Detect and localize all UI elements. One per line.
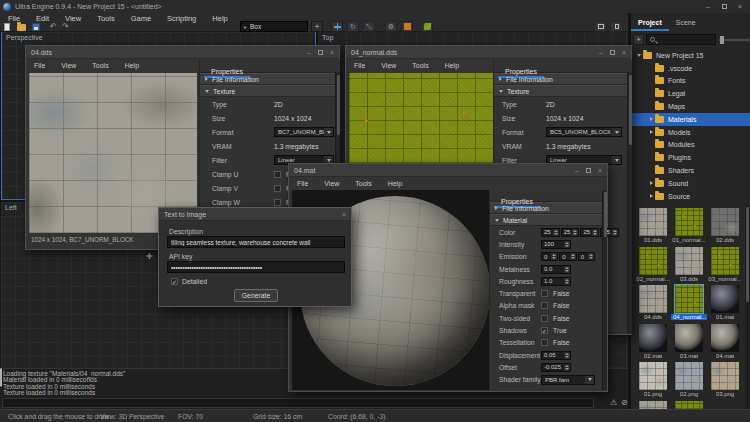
- expand-arrow-icon[interactable]: [647, 117, 655, 121]
- add-object-button[interactable]: +: [311, 21, 323, 32]
- maximize-icon[interactable]: [318, 50, 323, 55]
- scrollbar[interactable]: [745, 205, 750, 422]
- asset-item-02-png[interactable]: 02.png: [671, 359, 707, 398]
- tab-scene[interactable]: Scene: [669, 15, 703, 31]
- add-asset-button[interactable]: +: [633, 34, 644, 45]
- menu-item-view[interactable]: View: [373, 62, 404, 69]
- object-type-dropdown[interactable]: ▸ Box: [240, 21, 308, 32]
- menu-item-file[interactable]: File: [0, 14, 28, 23]
- asset-item-03-normal[interactable]: 03_normal...: [707, 244, 743, 283]
- section-texture[interactable]: Texture: [200, 85, 340, 97]
- checkbox-alpha-mask[interactable]: [541, 302, 548, 309]
- titlebar[interactable]: Ultra Engine 0.9.4 - New Project 15 - <u…: [0, 0, 750, 13]
- sidebar-item-sound[interactable]: Sound: [631, 177, 750, 190]
- menu-item-tools[interactable]: Tools: [89, 14, 123, 23]
- number-spinner[interactable]: 0: [541, 252, 558, 261]
- thumbnail-size-slider[interactable]: [719, 39, 749, 41]
- asset-item-03-png[interactable]: 03.png: [707, 359, 743, 398]
- sidebar-item-plugins[interactable]: Plugins: [631, 151, 750, 164]
- menu-item-file[interactable]: File: [26, 62, 53, 69]
- chat-icon[interactable]: [0, 368, 2, 387]
- scale-tool-icon[interactable]: ⤡: [363, 21, 375, 32]
- slider-thumb[interactable]: [720, 36, 724, 44]
- description-input[interactable]: [167, 236, 345, 248]
- section-file-information[interactable]: File Information: [490, 202, 603, 214]
- sidebar-item-modules[interactable]: Modules: [631, 139, 750, 152]
- number-spinner[interactable]: 25: [580, 228, 599, 237]
- asset-item-04-dds[interactable]: 04.dds: [635, 282, 671, 321]
- minimize-icon[interactable]: –: [307, 49, 311, 56]
- dropdown-shader-family[interactable]: PBR.fam: [541, 375, 595, 385]
- texture-window-04dds-titlebar[interactable]: 04.dds – ×: [26, 46, 339, 59]
- detailed-checkbox[interactable]: ✓: [171, 278, 178, 285]
- asset-item-01-png[interactable]: 01.png: [635, 359, 671, 398]
- dropdown-format[interactable]: BC5_UNORM_BLOCK: [546, 127, 622, 137]
- asset-item-03-mat[interactable]: 03.mat: [671, 321, 707, 360]
- redo-icon[interactable]: ↷: [62, 23, 69, 31]
- minimize-icon[interactable]: –: [575, 167, 579, 174]
- save-icon[interactable]: [32, 23, 40, 31]
- number-spinner[interactable]: 100: [541, 240, 571, 249]
- expand-arrow-icon[interactable]: [647, 181, 655, 185]
- menu-item-file[interactable]: File: [289, 180, 316, 187]
- checkbox-transparent[interactable]: [541, 290, 548, 297]
- asset-item-02-normal[interactable]: 02_normal...: [635, 244, 671, 283]
- menu-item-help[interactable]: Help: [380, 180, 410, 187]
- sidebar-item-shaders[interactable]: Shaders: [631, 164, 750, 177]
- settings-tool-icon[interactable]: ⚙: [385, 21, 397, 32]
- number-spinner[interactable]: 25: [561, 228, 580, 237]
- sidebar-item-new-project-15[interactable]: New Project 15: [631, 49, 750, 62]
- section-file-information[interactable]: File Information: [494, 73, 632, 85]
- number-spinner[interactable]: 25: [541, 228, 560, 237]
- checkbox-two-sided[interactable]: [541, 315, 548, 322]
- sidebar-item-source[interactable]: Source: [631, 190, 750, 203]
- maximize-icon[interactable]: [716, 1, 732, 12]
- asset-item-04-mat[interactable]: 04.mat: [707, 321, 743, 360]
- sidebar-item-models[interactable]: Models: [631, 126, 750, 139]
- number-spinner[interactable]: 0: [578, 252, 595, 261]
- box-tool-icon[interactable]: [401, 21, 413, 32]
- minimize-icon[interactable]: –: [599, 49, 603, 56]
- expand-arrow-icon[interactable]: [635, 54, 643, 57]
- menu-item-scripting[interactable]: Scripting: [159, 14, 204, 23]
- number-spinner[interactable]: 0.0: [541, 265, 571, 274]
- undo-icon[interactable]: ↶: [50, 23, 57, 31]
- expand-arrow-icon[interactable]: [647, 194, 655, 198]
- asset-item-02-mat[interactable]: 02.mat: [635, 321, 671, 360]
- single-panel-layout-icon[interactable]: [594, 21, 607, 32]
- rotate-tool-icon[interactable]: ↻: [347, 21, 359, 32]
- number-spinner[interactable]: -0.025: [541, 363, 571, 372]
- section-texture[interactable]: Texture: [494, 85, 632, 97]
- close-icon[interactable]: ×: [732, 1, 748, 12]
- close-icon[interactable]: ×: [342, 211, 346, 218]
- checkbox-clamp-u[interactable]: [274, 171, 281, 178]
- menu-item-help[interactable]: Help: [117, 62, 147, 69]
- sidebar-item-maps[interactable]: Maps: [631, 100, 750, 113]
- asset-item-01-normal[interactable]: 01_normal...: [671, 205, 707, 244]
- asset-item-01-dds[interactable]: 01.dds: [635, 205, 671, 244]
- search-input[interactable]: [646, 34, 716, 45]
- section-file-information[interactable]: File Information: [200, 73, 340, 85]
- command-input[interactable]: [2, 398, 594, 408]
- close-icon[interactable]: ×: [622, 49, 626, 56]
- close-icon[interactable]: ×: [598, 167, 602, 174]
- checkbox-tessellation[interactable]: [541, 339, 548, 346]
- checkbox-clamp-v[interactable]: [274, 185, 281, 192]
- paint-tool-icon[interactable]: [421, 21, 433, 32]
- scrollbar[interactable]: [602, 190, 607, 390]
- new-file-icon[interactable]: [4, 23, 10, 31]
- api-key-input[interactable]: [167, 261, 345, 273]
- texture-window-04normal-titlebar[interactable]: 04_normal.dds – ×: [346, 46, 631, 59]
- menu-item-tools[interactable]: Tools: [347, 180, 379, 187]
- checkbox-shadows[interactable]: ✓: [541, 327, 548, 334]
- dropdown-format[interactable]: BC7_UNORM_BLOCK: [274, 127, 334, 137]
- menu-item-help[interactable]: Help: [204, 14, 235, 23]
- menu-item-tools[interactable]: Tools: [84, 62, 116, 69]
- material-window-04mat-titlebar[interactable]: 04.mat – ×: [289, 164, 607, 177]
- menu-item-tools[interactable]: Tools: [404, 62, 436, 69]
- warning-icon[interactable]: ⚠: [610, 398, 617, 408]
- maximize-icon[interactable]: [610, 50, 615, 55]
- asset-item-01-mat[interactable]: 01.mat: [707, 282, 743, 321]
- section-material[interactable]: Material: [490, 214, 603, 226]
- expand-arrow-icon[interactable]: [647, 130, 655, 134]
